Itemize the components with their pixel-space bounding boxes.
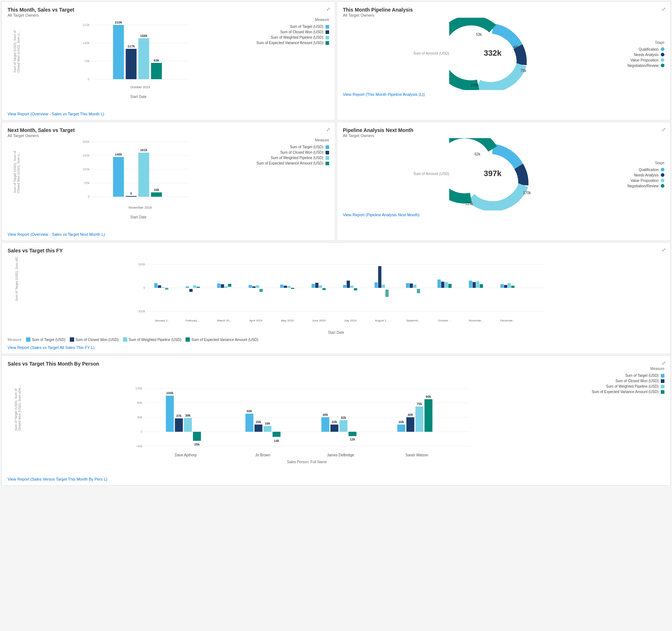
svg-rect-91 <box>382 285 385 288</box>
svg-text:January 2...: January 2... <box>155 319 170 322</box>
svg-rect-60 <box>190 289 193 292</box>
svg-rect-111 <box>508 283 511 288</box>
donut-label-nm: Sum of Amount (USD) <box>413 172 449 176</box>
card-title-fy: Sales vs Target this FY <box>8 248 63 253</box>
legend-label-value-prop: Value Proposition <box>630 58 659 62</box>
svg-rect-55 <box>158 285 161 288</box>
fy-label-closed: Sum of Closed Won (USD) <box>76 338 119 342</box>
svg-text:32k: 32k <box>341 416 346 419</box>
svg-rect-35 <box>126 196 137 197</box>
svg-rect-65 <box>221 284 224 288</box>
legend-title-next-month: Measure <box>256 138 329 142</box>
next-month-legend: Measure Sum of Target (USD) Sum of Close… <box>249 138 329 165</box>
svg-rect-37 <box>139 153 149 197</box>
card-title-this-month: This Month, Sales vs Target <box>8 7 74 13</box>
next-month-bar-chart: 200k 150k 100k 50k 0 145k 0 <box>27 138 249 218</box>
svg-rect-84 <box>343 285 346 288</box>
svg-text:40k: 40k <box>137 415 143 419</box>
svg-text:62k: 62k <box>475 152 481 156</box>
svg-rect-97 <box>417 289 420 293</box>
y-axis-label-by-person: Sum of Target (USD), Sum ofClosed Won (U… <box>14 411 21 431</box>
pipeline-donut-chart: 332k 53k 44k 75k 160k <box>449 18 536 90</box>
svg-rect-104 <box>469 281 472 288</box>
svg-text:March 20...: March 20... <box>217 319 231 322</box>
svg-rect-72 <box>260 289 263 292</box>
svg-rect-94 <box>406 283 409 288</box>
bp-legend-item-closed: Sum of Closed Won (USD) <box>592 379 664 383</box>
expand-icon-by-person[interactable]: ⤢ <box>662 360 666 366</box>
fy-legend-item-target: Sum of Target (USD) <box>26 337 65 342</box>
view-report-next-month[interactable]: View Report (Overview - Sales vs Target … <box>8 232 105 236</box>
svg-text:0: 0 <box>88 77 90 81</box>
legend-dot-neg-nm <box>661 184 664 188</box>
svg-text:200k: 200k <box>82 140 90 144</box>
pipeline-next-month-card: Pipeline Analysis Next Month All Target … <box>337 122 671 241</box>
legend-item-neg-nm: Negotiation/Review <box>607 184 664 188</box>
x-axis-label-fy: Start Date <box>8 331 664 334</box>
svg-rect-142 <box>322 417 329 432</box>
legend-title-this-month: Measure <box>256 18 329 22</box>
svg-rect-92 <box>386 290 389 297</box>
svg-rect-96 <box>413 285 417 288</box>
card-subtitle-this-month: All Target Owners <box>8 13 39 17</box>
svg-rect-64 <box>217 283 221 288</box>
svg-text:August 2...: August 2... <box>375 319 388 322</box>
view-report-this-month[interactable]: View Report (Overview - Sales vs Target … <box>8 112 104 116</box>
svg-rect-99 <box>438 280 441 288</box>
view-report-pipeline-nm[interactable]: View Report (Pipeline Analysis Next Mont… <box>343 213 420 217</box>
legend-item-closed: Sum of Closed Won (USD) <box>256 30 329 34</box>
svg-rect-66 <box>225 286 228 288</box>
svg-text:161k: 161k <box>140 148 148 152</box>
svg-text:40k: 40k <box>519 166 525 170</box>
svg-text:16k: 16k <box>265 422 271 425</box>
svg-rect-85 <box>347 281 350 288</box>
bp-legend-item-weighted: Sum of Weighted Pipeline (USD) <box>592 384 664 388</box>
svg-text:117k: 117k <box>128 44 135 48</box>
svg-rect-133 <box>246 414 254 432</box>
bp-dot-variance <box>661 390 664 394</box>
svg-rect-70 <box>252 286 256 288</box>
legend-label-target: Sum of Target (USD) <box>290 25 323 29</box>
legend-dot-nm-weighted <box>326 156 329 160</box>
expand-icon-fy[interactable]: ⤢ <box>662 247 666 253</box>
pipeline-nm-legend: Stage Qualification Needs Analysis Value… <box>607 161 664 188</box>
svg-rect-76 <box>288 286 291 288</box>
svg-point-42 <box>470 155 515 200</box>
view-report-by-person[interactable]: View Report (Sales Versus Target This Mo… <box>8 477 107 481</box>
y-axis-label-fy: Sum of Target (USD), Sum ofC... <box>15 283 18 301</box>
legend-dot-vp-nm <box>661 179 664 182</box>
svg-text:156k: 156k <box>140 34 148 38</box>
fy-legend-item-variance: Sum of Expected Variance Amount (USD) <box>186 337 258 342</box>
expand-icon-next-month[interactable]: ⤢ <box>326 127 331 132</box>
legend-dot-value-prop <box>661 58 664 62</box>
svg-text:Septemb...: Septemb... <box>406 319 420 322</box>
svg-text:12k: 12k <box>350 438 356 441</box>
svg-rect-87 <box>354 288 357 290</box>
legend-dot-needs-analysis <box>661 53 664 56</box>
svg-rect-77 <box>291 288 294 289</box>
svg-rect-109 <box>501 284 504 288</box>
this-month-legend: Measure Sum of Target (USD) Sum of Close… <box>249 18 329 45</box>
svg-text:0: 0 <box>143 286 145 290</box>
bp-legend-label-weighted: Sum of Weighted Pipeline (USD) <box>606 384 659 388</box>
svg-rect-12 <box>139 38 149 79</box>
svg-rect-79 <box>312 284 315 288</box>
expand-icon-pipeline[interactable]: ⤢ <box>662 6 666 12</box>
legend-label-qual-nm: Qualification <box>639 168 659 172</box>
expand-icon-pipeline-nm[interactable]: ⤢ <box>662 127 666 132</box>
svg-text:June 2019: June 2019 <box>312 319 326 322</box>
svg-text:0: 0 <box>88 195 90 199</box>
card-title-by-person: Sales vs Target This Month By Person <box>8 361 99 367</box>
svg-text:145k: 145k <box>115 153 123 156</box>
view-report-fy[interactable]: View Report (Sales vs Target All Sales T… <box>8 345 94 350</box>
fy-legend-item-weighted: Sum of Weighted Pipeline (USD) <box>123 337 181 342</box>
svg-text:50k: 50k <box>84 181 90 185</box>
expand-icon-this-month[interactable]: ⤢ <box>326 6 331 12</box>
view-report-pipeline[interactable]: View Report (This Month Pipeline Analysi… <box>343 92 425 97</box>
svg-rect-71 <box>256 285 259 288</box>
svg-text:Decembe...: Decembe... <box>500 319 515 322</box>
fy-legend-item-closed: Sum of Closed Won (USD) <box>70 337 119 342</box>
svg-rect-151 <box>397 425 405 432</box>
this-month-sales-card: This Month, Sales vs Target All Target O… <box>1 1 335 120</box>
legend-label-nm-target: Sum of Target (USD) <box>290 145 323 149</box>
